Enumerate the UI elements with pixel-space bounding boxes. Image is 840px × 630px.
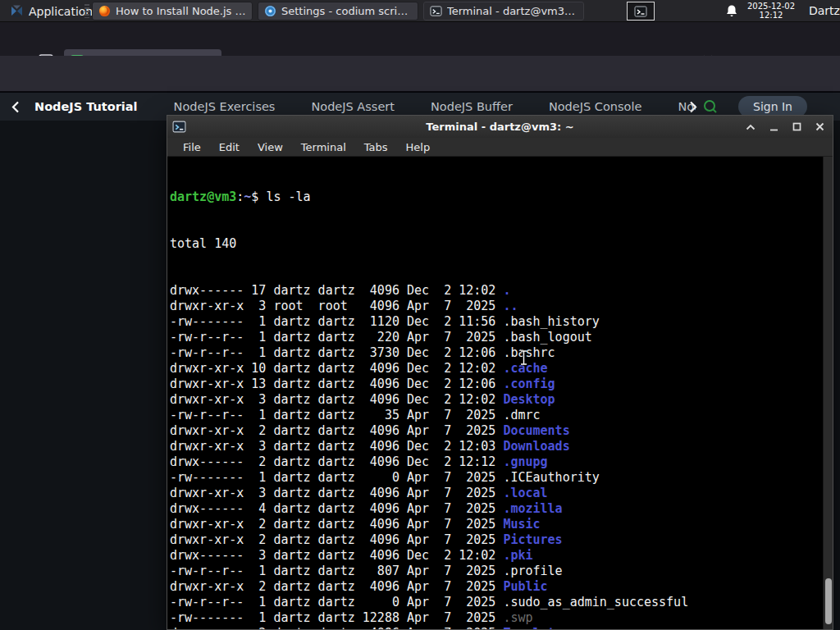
panel-user-label[interactable]: Dartz [809, 4, 840, 17]
taskbar-button-terminal[interactable]: Terminal - dartz@vm3: ~ [423, 2, 584, 21]
subnav-item[interactable]: NodeJS Tutorial [34, 100, 138, 113]
terminal-line: drwxr-xr-x 3 root root 4096 Apr 7 2025 .… [170, 299, 823, 314]
subnav-item[interactable]: NodeJS Assert [311, 100, 395, 113]
subnav-item[interactable]: NodeJS Exercises [174, 100, 276, 113]
terminal-icon [430, 5, 442, 17]
terminal-line: drwxr-xr-x 2 dartz dartz 4096 Apr 7 2025… [170, 517, 823, 532]
nav-scroll-left-icon[interactable] [11, 101, 20, 113]
file-name: .pki [503, 548, 532, 563]
terminal-menubar: FileEditViewTerminalTabsHelp [167, 138, 833, 157]
terminal-icon [172, 120, 186, 134]
terminal-line: -rw-r--r-- 1 dartz dartz 807 Apr 7 2025 … [170, 564, 823, 579]
tray-terminal-item[interactable] [627, 2, 655, 21]
terminal-line: drwxr-xr-x 2 dartz dartz 4096 Apr 7 2025… [170, 579, 823, 595]
file-name: Templates [503, 626, 569, 629]
file-name: .gnupg [503, 454, 547, 469]
mouse-cursor-ibeam [518, 349, 529, 366]
terminal-shade-button[interactable] [746, 124, 756, 130]
settings-icon [264, 5, 276, 17]
file-name: .config [503, 377, 555, 391]
terminal-line: drwx------ 2 dartz dartz 4096 Dec 2 12:1… [170, 454, 823, 470]
panel-clock[interactable]: 2025-12-02 12:12 [745, 2, 797, 20]
terminal-prompt-line: dartz@vm3:~$ ls -la [170, 189, 823, 205]
clock-time: 12:12 [745, 11, 797, 20]
taskbar-label: How to Install Node.js o... [116, 5, 246, 17]
file-name: .ICEauthority [503, 470, 599, 485]
panel-handle [84, 4, 89, 18]
file-name: .bash_history [503, 314, 599, 329]
subnav-item[interactable]: NodeJS Console [549, 100, 642, 113]
terminal-line: drwx------ 17 dartz dartz 4096 Dec 2 12:… [170, 283, 823, 299]
file-name: . [503, 283, 510, 298]
taskbar-button-settings[interactable]: Settings - codium script... [258, 2, 418, 21]
file-name: Documents [503, 423, 569, 438]
terminal-menu-item[interactable]: Edit [210, 139, 249, 155]
terminal-output[interactable]: dartz@vm3:~$ ls -la total 140 drwx------… [167, 157, 823, 629]
terminal-maximize-button[interactable] [792, 122, 801, 131]
firefox-tab-bar: GG How to Install Node.js on ✕ + [0, 22, 840, 56]
file-name: .swp [503, 610, 532, 625]
firefox-toolbar: https://www.geeksforgeeks.org/node-js/in… [0, 56, 840, 92]
file-name: Desktop [503, 392, 555, 407]
terminal-listing: drwx------ 17 dartz dartz 4096 Dec 2 12:… [170, 283, 823, 629]
file-name: .local [503, 486, 547, 500]
terminal-line: drwxr-xr-x 3 dartz dartz 4096 Dec 2 12:0… [170, 392, 823, 408]
terminal-close-button[interactable] [815, 122, 824, 131]
file-name: .bashrc [503, 345, 555, 360]
terminal-line: drwxr-xr-x 3 dartz dartz 4096 Dec 2 12:0… [170, 439, 823, 454]
taskbar-label: Settings - codium script... [281, 5, 412, 17]
terminal-scrollbar[interactable] [823, 157, 833, 629]
terminal-menu-item[interactable]: Terminal [292, 139, 355, 155]
notification-bell-icon[interactable] [725, 4, 738, 18]
terminal-line: drwxr-xr-x 3 dartz dartz 4096 Apr 7 2025… [170, 486, 823, 501]
terminal-line: -rw------- 1 dartz dartz 12288 Apr 7 202… [170, 610, 823, 626]
applications-icon [10, 4, 24, 18]
terminal-menu-item[interactable]: View [249, 139, 292, 155]
terminal-window: Terminal - dartz@vm3: ~ FileEditViewTerm… [167, 115, 833, 630]
terminal-line: -rw------- 1 dartz dartz 0 Apr 7 2025 .I… [170, 470, 823, 486]
file-name: Music [503, 517, 540, 532]
terminal-line: drwxr-xr-x 2 dartz dartz 4096 Apr 7 2025… [170, 532, 823, 548]
terminal-title: Terminal - dartz@vm3: ~ [167, 121, 833, 133]
prompt-colon: : [236, 189, 244, 204]
search-icon[interactable] [702, 98, 719, 115]
terminal-minimize-button[interactable] [769, 123, 778, 131]
subnav-item[interactable]: NodeJS Buffer [431, 100, 513, 113]
nav-scroll-right-icon[interactable] [689, 101, 697, 113]
terminal-line: drwx------ 3 dartz dartz 4096 Dec 2 12:0… [170, 548, 823, 564]
top-panel: Applications How to Install Node.js o...… [0, 0, 840, 22]
file-name: .profile [503, 564, 562, 578]
terminal-menu-item[interactable]: Tabs [355, 139, 397, 155]
terminal-line: drwxr-xr-x 13 dartz dartz 4096 Dec 2 12:… [170, 377, 823, 392]
terminal-line: -rw------- 1 dartz dartz 1120 Dec 2 11:5… [170, 314, 823, 330]
terminal-scrollbar-thumb[interactable] [825, 578, 832, 624]
file-name: .dmrc [503, 408, 540, 422]
file-name: Public [503, 579, 547, 594]
file-name: Downloads [503, 439, 569, 454]
applications-menu-button[interactable]: Applications [3, 2, 106, 21]
firefox-icon [98, 5, 111, 17]
file-name: .sudo_as_admin_successful [503, 595, 688, 609]
taskbar-label: Terminal - dartz@vm3: ~ [447, 5, 578, 17]
taskbar-button-firefox[interactable]: How to Install Node.js o... [92, 2, 253, 21]
terminal-menu-item[interactable]: Help [397, 139, 440, 155]
terminal-line: -rw-r--r-- 1 dartz dartz 0 Apr 7 2025 .s… [170, 595, 823, 610]
prompt-command: $ ls -la [251, 189, 310, 204]
terminal-icon [634, 5, 647, 18]
terminal-titlebar[interactable]: Terminal - dartz@vm3: ~ [167, 116, 833, 138]
file-name: Pictures [503, 532, 562, 547]
prompt-user-host: dartz@vm3 [170, 189, 236, 204]
prompt-path: ~ [244, 189, 251, 204]
file-name: .. [503, 299, 518, 313]
terminal-line: -rw-r--r-- 1 dartz dartz 3730 Dec 2 12:0… [170, 345, 823, 361]
desktop: Applications How to Install Node.js o...… [0, 0, 840, 630]
terminal-line: drwxr-xr-x 2 dartz dartz 4096 Apr 7 2025… [170, 423, 823, 439]
clock-date: 2025-12-02 [745, 2, 797, 11]
terminal-total-line: total 140 [170, 236, 823, 252]
terminal-line: drwx------ 4 dartz dartz 4096 Apr 7 2025… [170, 501, 823, 517]
terminal-line: drwxr-xr-x 2 dartz dartz 4096 Apr 7 2025… [170, 626, 823, 629]
terminal-menu-item[interactable]: File [174, 139, 210, 155]
subnav-items: NodeJS TutorialNodeJS ExercisesNodeJS As… [34, 100, 696, 113]
file-name: .bash_logout [503, 330, 591, 345]
terminal-line: -rw-r--r-- 1 dartz dartz 220 Apr 7 2025 … [170, 330, 823, 345]
